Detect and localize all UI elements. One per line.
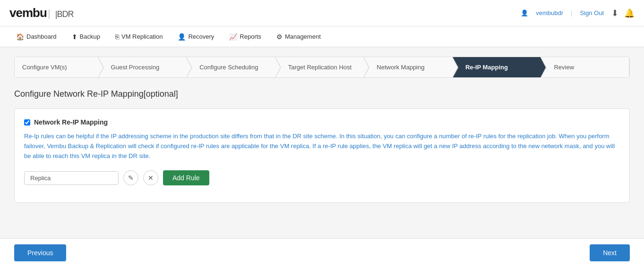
main-content: Configure VM(s) Guest Processing Configu…: [0, 47, 644, 222]
nav-label-reports: Reports: [240, 33, 261, 40]
edit-button[interactable]: ✎: [123, 170, 138, 185]
sign-out-link[interactable]: Sign Out: [580, 9, 604, 17]
next-button[interactable]: Next: [590, 244, 630, 255]
footer: Previous Next: [0, 238, 644, 255]
wizard-step-label-review: Review: [554, 64, 574, 71]
delete-button[interactable]: ✕: [143, 170, 158, 185]
header-divider: |: [571, 9, 572, 17]
nav-item-reports[interactable]: 📈 Reports: [223, 29, 268, 44]
download-icon[interactable]: ⬇: [611, 8, 618, 18]
wizard-step-re-ip-mapping[interactable]: Re-IP Mapping: [452, 57, 541, 77]
replica-input[interactable]: [24, 171, 119, 185]
wizard-steps: Configure VM(s) Guest Processing Configu…: [14, 57, 630, 78]
edit-icon: ✎: [128, 174, 134, 182]
content-card: Network Re-IP Mapping Re-Ip rules can be…: [14, 108, 630, 203]
nav-item-backup[interactable]: ⬆ Backup: [65, 29, 107, 44]
logo: vembu |BDR: [9, 6, 74, 20]
dashboard-icon: 🏠: [16, 33, 24, 41]
description-text: Re-Ip rules can be helpful if the IP add…: [24, 132, 620, 161]
main-nav: 🏠 Dashboard ⬆ Backup ⎘ VM Replication 👤 …: [0, 26, 644, 47]
recovery-icon: 👤: [178, 33, 186, 41]
vm-replication-icon: ⎘: [115, 33, 119, 41]
wizard-step-configure-scheduling[interactable]: Configure Scheduling: [186, 57, 275, 77]
nav-label-dashboard: Dashboard: [26, 33, 57, 40]
wizard-step-review[interactable]: Review: [541, 57, 629, 77]
nav-label-vm-replication: VM Replication: [121, 33, 163, 40]
user-icon: 👤: [521, 9, 528, 17]
wizard-step-label-guest-processing: Guest Processing: [111, 64, 160, 71]
wizard-step-label-configure-scheduling: Configure Scheduling: [199, 64, 258, 71]
nav-label-recovery: Recovery: [188, 33, 214, 40]
wizard-step-label-configure-vms: Configure VM(s): [22, 64, 67, 71]
reports-icon: 📈: [229, 33, 237, 41]
delete-icon: ✕: [148, 174, 154, 182]
wizard-step-label-target-replication-host: Target Replication Host: [288, 64, 352, 71]
network-reip-label-text: Network Re-IP Mapping: [34, 118, 108, 126]
wizard-step-target-replication-host[interactable]: Target Replication Host: [275, 57, 364, 77]
wizard-step-guest-processing[interactable]: Guest Processing: [98, 57, 187, 77]
page-title: Configure Network Re-IP Mapping[optional…: [14, 89, 630, 99]
username-link[interactable]: vembubdr: [536, 9, 563, 17]
nav-label-management: Management: [285, 33, 321, 40]
wizard-step-label-network-mapping: Network Mapping: [377, 64, 424, 71]
nav-item-recovery[interactable]: 👤 Recovery: [171, 29, 221, 44]
header-right: 👤 vembubdr | Sign Out ⬇ 🔔: [521, 8, 635, 18]
nav-item-management[interactable]: ⚙ Management: [270, 29, 327, 44]
add-rule-button[interactable]: Add Rule: [163, 170, 209, 185]
wizard-step-configure-vms[interactable]: Configure VM(s): [15, 57, 98, 77]
nav-item-vm-replication[interactable]: ⎘ VM Replication: [109, 29, 169, 44]
replica-row: ✎ ✕ Add Rule: [24, 170, 620, 185]
previous-button[interactable]: Previous: [14, 244, 66, 255]
logo-bdr: |BDR: [49, 9, 74, 19]
wizard-step-network-mapping[interactable]: Network Mapping: [363, 57, 452, 77]
nav-item-dashboard[interactable]: 🏠 Dashboard: [9, 29, 63, 44]
management-icon: ⚙: [276, 33, 283, 41]
network-reip-checkbox[interactable]: [24, 119, 30, 125]
nav-label-backup: Backup: [80, 33, 100, 40]
network-reip-label[interactable]: Network Re-IP Mapping: [24, 118, 620, 126]
logo-vembu: vembu: [9, 6, 47, 20]
bell-icon[interactable]: 🔔: [624, 8, 635, 18]
wizard-step-label-re-ip-mapping: Re-IP Mapping: [465, 64, 508, 71]
header-icons: ⬇ 🔔: [611, 8, 635, 18]
backup-icon: ⬆: [72, 33, 77, 41]
header: vembu |BDR 👤 vembubdr | Sign Out ⬇ 🔔: [0, 0, 644, 26]
